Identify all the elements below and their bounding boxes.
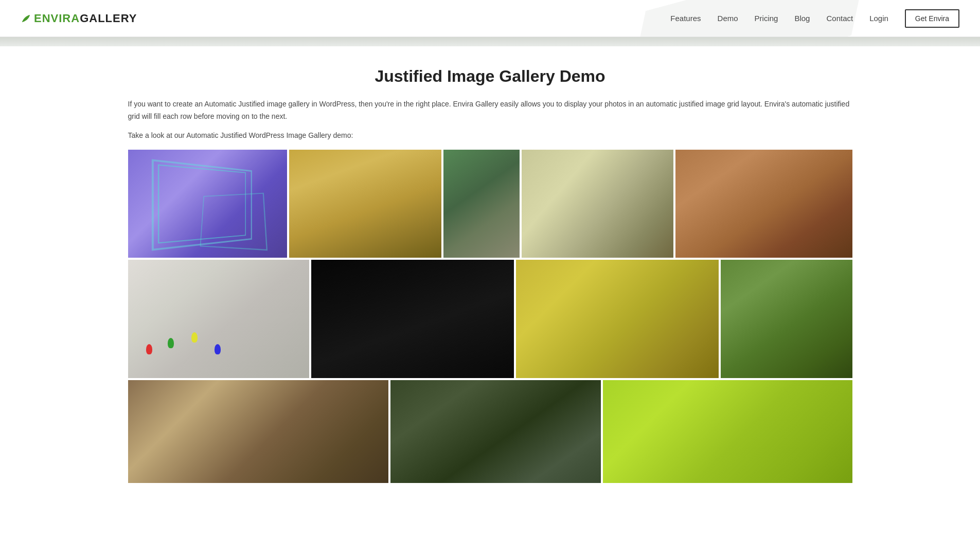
main-content: Justified Image Gallery Demo If you want… bbox=[120, 46, 861, 506]
image-gallery bbox=[128, 150, 852, 483]
nav-demo[interactable]: Demo bbox=[718, 14, 738, 23]
logo-text: ENVIRAGALLERY bbox=[34, 12, 137, 25]
site-header: ENVIRAGALLERY Features Demo Pricing Blog… bbox=[0, 0, 980, 37]
hero-band bbox=[0, 37, 980, 46]
leaf-icon bbox=[21, 13, 31, 24]
page-subtitle: Take a look at our Automatic Justified W… bbox=[128, 131, 852, 139]
nav-features[interactable]: Features bbox=[670, 14, 701, 23]
nav-contact[interactable]: Contact bbox=[826, 14, 853, 23]
main-nav: Features Demo Pricing Blog Contact Login… bbox=[670, 9, 959, 28]
gallery-item[interactable] bbox=[128, 380, 389, 483]
nav-pricing[interactable]: Pricing bbox=[755, 14, 778, 23]
gallery-row-3 bbox=[128, 380, 852, 483]
gallery-item[interactable] bbox=[390, 380, 600, 483]
gallery-item[interactable] bbox=[311, 260, 514, 378]
gallery-item[interactable] bbox=[522, 150, 674, 258]
gallery-row-2 bbox=[128, 260, 852, 378]
site-logo[interactable]: ENVIRAGALLERY bbox=[21, 12, 137, 25]
page-description: If you want to create an Automatic Justi… bbox=[128, 98, 852, 123]
nav-blog[interactable]: Blog bbox=[794, 14, 810, 23]
get-envira-button[interactable]: Get Envira bbox=[905, 9, 959, 28]
page-title: Justified Image Gallery Demo bbox=[128, 67, 852, 86]
nav-login[interactable]: Login bbox=[869, 14, 888, 23]
gallery-item[interactable] bbox=[289, 150, 441, 258]
gallery-item[interactable] bbox=[443, 150, 520, 258]
gallery-item[interactable] bbox=[128, 260, 309, 378]
gallery-item[interactable] bbox=[603, 380, 852, 483]
gallery-item[interactable] bbox=[675, 150, 852, 258]
gallery-item[interactable] bbox=[128, 150, 288, 258]
gallery-item[interactable] bbox=[721, 260, 852, 378]
gallery-item[interactable] bbox=[516, 260, 719, 378]
gallery-row-1 bbox=[128, 150, 852, 258]
